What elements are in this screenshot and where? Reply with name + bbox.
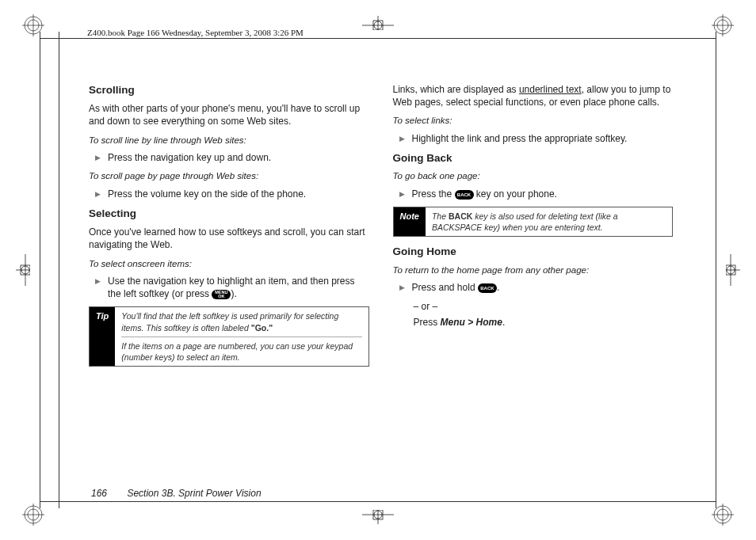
bullet-text: Press the BACK key on your phone. [412, 188, 557, 200]
crop-mark-top [362, 16, 394, 30]
para-scroll: As with other parts of your phone's menu… [89, 102, 369, 127]
bullet-arrow-icon: ▶ [95, 276, 101, 286]
bullet-text: Press the navigation key up and down. [108, 151, 271, 164]
tip-row2: If the items on a page are numbered, you… [121, 340, 361, 363]
bullet-scroll-page: ▶ Press the volume key on the side of th… [95, 188, 369, 200]
rule-left-2 [59, 32, 59, 508]
rule-right [716, 32, 716, 508]
crop-mark-right [726, 254, 740, 286]
rule-left-1 [40, 32, 40, 508]
heading-going-back: Going Back [393, 151, 674, 165]
doc-header: Z400.book Page 166 Wednesday, September … [87, 28, 304, 37]
tip-row1: You'll find that the left softkey is use… [121, 310, 361, 337]
menu-ok-key-icon: MENUOK [212, 290, 231, 299]
crop-mark-tl [22, 14, 44, 36]
page-content: Scrolling As with other parts of your ph… [89, 83, 673, 469]
underlined-text: underlined text [519, 84, 582, 95]
bullet-arrow-icon: ▶ [399, 189, 405, 199]
column-right: Links, which are displayed as underlined… [393, 83, 674, 469]
page-number: 166 [91, 488, 107, 499]
bullet-home: ▶ Press and hold BACK. [399, 281, 674, 294]
rule-top [40, 38, 716, 39]
bullet-scroll-line: ▶ Press the navigation key up and down. [95, 151, 369, 164]
rule-bottom [40, 501, 716, 502]
crop-mark-bl [22, 504, 44, 526]
crop-mark-bottom [362, 510, 394, 524]
bullet-text: Press the volume key on the side of the … [108, 188, 306, 200]
para-links: Links, which are displayed as underlined… [393, 83, 674, 108]
em-scroll-line: To scroll line by line through Web sites… [89, 135, 369, 147]
bullet-text: Press and hold BACK. [412, 281, 500, 294]
heading-going-home: Going Home [393, 245, 674, 259]
bullet-select: ▶ Use the navigation key to highlight an… [95, 275, 369, 300]
tip-box: Tip You'll find that the left softkey is… [89, 306, 369, 367]
bullet-back: ▶ Press the BACK key on your phone. [399, 188, 674, 200]
page-footer: 166 Section 3B. Sprint Power Vision [91, 488, 262, 499]
bullet-arrow-icon: ▶ [399, 134, 405, 143]
bullet-arrow-icon: ▶ [399, 283, 405, 292]
bullet-text: Highlight the link and press the appropr… [412, 132, 628, 145]
em-back: To go back one page: [393, 170, 674, 183]
or-text: – or – [414, 300, 674, 313]
bullet-text: Use the navigation key to highlight an i… [108, 275, 369, 300]
note-body: The BACK key is also used for deleting t… [426, 207, 672, 236]
section-title: Section 3B. Sprint Power Vision [127, 488, 261, 499]
heading-selecting: Selecting [89, 207, 369, 221]
note-box: Note The BACK key is also used for delet… [393, 207, 674, 237]
em-scroll-page: To scroll page by page through Web sites… [89, 170, 369, 183]
bullet-arrow-icon: ▶ [95, 153, 101, 162]
bullet-arrow-icon: ▶ [95, 189, 101, 199]
heading-scrolling: Scrolling [89, 83, 369, 97]
back-key-icon: BACK [455, 190, 474, 200]
para-select: Once you've learned how to use softkeys … [89, 226, 369, 251]
bullet-links: ▶ Highlight the link and press the appro… [399, 132, 674, 145]
em-home: To return to the home page from any othe… [393, 264, 674, 277]
tip-label: Tip [90, 307, 115, 366]
back-key-icon: BACK [478, 283, 497, 293]
press-menu-home: Press Menu > Home. [414, 316, 674, 329]
column-left: Scrolling As with other parts of your ph… [89, 83, 369, 469]
txt-b: ). [231, 288, 236, 299]
em-select: To select onscreen items: [89, 258, 369, 271]
tip-body: You'll find that the left softkey is use… [115, 307, 368, 366]
crop-mark-left [16, 254, 30, 286]
em-links: To select links: [393, 115, 674, 127]
note-label: Note [394, 207, 426, 236]
